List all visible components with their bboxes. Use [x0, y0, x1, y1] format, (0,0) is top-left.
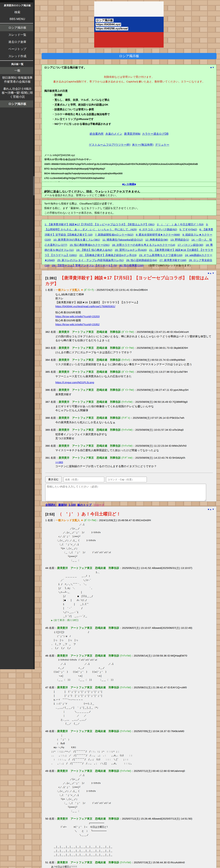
thread-footer-link-最新50[interactable]: 最新50 — [58, 503, 67, 506]
thread-list-link-10[interactable]: 10: 唐澤貴洋(3)の渾名を書くスレ(381) — [53, 238, 100, 241]
post-link[interactable]: https://krsw-wiki.in/wiki/?curid=15203 — [55, 315, 100, 318]
thread-list-link-12[interactable]: 12: 殉教者綜合(96) — [145, 238, 168, 241]
post-header-1: 1 名前：一般スレッド支配人 ★ (ｶﾞｲｺｰｸ)：2025/07/24(木) … — [45, 288, 213, 292]
thread-footer-link-全部読む[interactable]: 全部読む — [45, 503, 56, 506]
post-text-line: 今の唐澤貴洋みたら犯人にしか見えないもんなぁ — [55, 420, 213, 424]
sidebar-item-top-2[interactable]: BBS MENU — [0, 16, 35, 22]
sidebar-nav-item-0[interactable]: ロシア掲示板 — [0, 24, 35, 31]
thread2-nav-icons[interactable]: ■▲▼ — [208, 508, 215, 510]
struck-line-1: XMR: 8566bYS83LEH9NPx2qyFbTLm9mFgL5LCxWN… — [44, 162, 214, 166]
post-text-line: 見つけ次第殺せ — [55, 436, 213, 440]
thread-list-link-13[interactable]: 13: 野球綜合(1) — [170, 238, 189, 241]
thread1-nav-icons[interactable]: ■▲▼ — [208, 272, 215, 275]
post-author-tag: (ﾜｯﾁｮｲW) — [121, 444, 132, 447]
thread-footer-link-リロード[interactable]: リロード — [93, 503, 105, 506]
thread-list-link-17[interactable]: 17: パカソン綜合(30) — [178, 243, 203, 246]
post-47: 47 名前：唐澤貴洋 アートフェア東京 恐喝未遂 刑事告訴 (ﾜｯﾁｮｲW)：2… — [45, 685, 213, 726]
post-anchor-link[interactable]: >>383 — [55, 461, 63, 464]
post-author-name: 唐澤貴洋 アートフェア東京 恐喝未遂 刑事告訴 — [57, 654, 119, 657]
flag-overlay-text: ロシア掲示板 https://043044.xyz/ https://04029… — [96, 19, 128, 31]
post-389: 389 名前：唐澤貴洋 アートフェア東京 恐喝未遂 刑事告訴 (ﾜｯﾁｮｲW)：… — [45, 428, 213, 440]
sidebar-nav-item-2[interactable]: 過去ログ倉庫 — [0, 38, 35, 45]
thread-list-link-19[interactable]: 19: 【懐古】恒心教老人会(62) — [76, 248, 112, 251]
thread-list-link-8[interactable]: 8: 匿名化技術研究省★カクケー(899) — [136, 233, 180, 236]
post-385: 385 名前：唐澤貴洋 アートフェア東京 恐喝未遂 刑事告訴 (ｶﾞｲｺｰｸW)… — [45, 370, 213, 384]
post-link[interactable]: https://043044.xyz/test/read.cgi/krsw/17… — [55, 305, 115, 308]
thread-list-link-11[interactable]: 11: 猪島康生(Takoseika)総合(212) — [102, 238, 143, 241]
board-link-デリュケー[interactable]: デリュケー — [155, 143, 169, 146]
sidebar-scrollbar-track[interactable] — [33, 0, 35, 669]
post-number: 46 名前： — [45, 654, 57, 657]
post-ascii-art: ／.i ／i∠＿ノ ／.i∠＿ノ'ｊ' )ﾉ ｴｰﾗｲﾔｯﾁｬ ∠／.i'ｊ' … — [51, 773, 213, 813]
thread-list-link-29[interactable]: 29: 【国営セコム】警察アンチスレ【ポリホーモ】(5) — [52, 264, 117, 267]
post-author-tag: (ﾜｯﾁｮｲW) — [119, 654, 131, 657]
thread-list-box: 1: 【唐澤貴洋殺す】雑談★17【7月5日】【ヨッピーセブ山コラボ】【前世はムカ… — [42, 219, 217, 265]
board-link-ゲストルームフロア(ウツケー枠)[interactable]: ゲストルームフロア(ウツケー枠) — [89, 143, 130, 146]
thread-list-link-20[interactable]: 20: 質問スレinチン毛(420) — [115, 248, 147, 251]
post-number: 49 名前： — [45, 769, 57, 772]
thread-list-link-16[interactable]: 16: 次期カラケーの名称を考えるスレinカクケー(14) — [112, 243, 175, 246]
post-header-45: 45 名前：唐澤貴洋 アートフェア東京 恐喝未遂 刑事告訴：2025/06/07… — [45, 626, 213, 630]
thread-footer-link-板のトップ[interactable]: 板のトップ — [77, 503, 92, 506]
post-link[interactable]: https://i.imgur.com/NO1PL5j.png — [55, 381, 94, 384]
thread-list-link-5[interactable]: 5: てすや(542) — [179, 228, 197, 231]
thread-list-link-4[interactable]: 4: ガチコロ・ガチパク路線(82) — [139, 228, 177, 231]
post-link[interactable]: https://krsw-wiki.in/wiki/?curid=15352 — [55, 323, 100, 326]
thread1-number: [1:391] — [45, 276, 56, 280]
submit-post-button[interactable]: 書き込む — [45, 476, 62, 483]
thread-list-link-23[interactable]: 23: オウム真理教モスクワ道場(133) — [139, 254, 183, 256]
post-number: 391 名前： — [45, 456, 59, 459]
sidebar-board-item-0[interactable]: 一般 — [0, 67, 35, 74]
thread-list-link-15[interactable]: 15: 恒心教財務省inカクケー(291) — [70, 243, 109, 246]
post-header-51: 51 名前：唐澤貴洋 アートフェア東京 恐喝未遂 刑事告訴 (ﾜｯﾁｮｲW)：2… — [45, 860, 213, 864]
admin-mail: メール:info[AT]040298.xyz — [44, 154, 214, 157]
flag-white-stripe — [94, 1, 164, 17]
res-search-link[interactable]: ■レス検索■ — [122, 183, 136, 186]
sidebar-item-top-0[interactable]: 唐澤貴洋のロシア掲示板 — [0, 2, 35, 9]
post-datetime-id: ：2025/08/09(土) 00:53:15.74 ID:cW8hpW9o0 — [130, 358, 185, 361]
post-number: 45 名前： — [45, 626, 57, 629]
board-link-唐澤貴洋Wiki[interactable]: 唐澤貴洋Wiki — [124, 132, 140, 135]
board-link-永遠のメイン[interactable]: 永遠のメイン — [105, 132, 122, 135]
thread-list-link-27[interactable]: 27: 唐澤貴洋殺す(168) — [159, 259, 186, 261]
post-body: マイスリーキチクを自己愛性人格障害認定してた奴おったけど間違ってなかったよな — [55, 448, 213, 452]
sidebar-board-item-1[interactable]: 朝日新聞社 情報漏洩事件被害者の会掲示板 — [0, 74, 35, 85]
sidebar-board-item-2[interactable]: 暴れん坊会計士II掲示板〜洋機一髪! 暗闇に咲く官能小説 — [0, 85, 35, 100]
command-cap-field[interactable] — [106, 477, 147, 482]
post-ascii-art: | | ('ｊ'|'ｊ'|'ｊ'|'ｊ'|'ｊ'| | |'ｊ') |'ｊ'|'… — [51, 690, 213, 726]
post-number: 389 名前： — [45, 428, 59, 431]
board-nav-icons[interactable]: ■▼ — [210, 66, 215, 69]
thread-list-link-2[interactable]: 2: （ 'ｊ' ）あ！今日土曜日ど！(53) — [157, 223, 203, 226]
thread-list-link-26[interactable]: 26: 恒心芸術路線綜合(84) — [126, 259, 157, 261]
sidebar-nav-item-3[interactable]: ページトップ — [0, 45, 35, 53]
post-header-388: 388 名前：唐澤貴洋 アートフェア東京 恐喝未遂 刑事告訴 (ｱﾝﾀﾞﾚ)：2… — [45, 416, 213, 420]
board-link-カラケー過去ログDB[interactable]: カラケー過去ログDB — [142, 132, 168, 135]
sidebar-item-top-1[interactable]: 検索 — [0, 9, 35, 16]
post-ascii-art: ／.i ／i∠＿ノ ／.i∠＿ノ'ｊ' )ﾉ ｴｰﾗｲﾔｯﾁｬ ∠／.i'ｊ' … — [51, 523, 213, 562]
post-author-name: 一般スレッド支配人 ★ — [56, 288, 83, 291]
thread-list-link-1[interactable]: 1: 【唐澤貴洋殺す】雑談★17【7月5日】【ヨッピーセブ山コラボ】【前世はムカ… — [44, 223, 155, 226]
russia-flag-banner[interactable]: ロシア掲示板 https://043044.xyz/ https://04029… — [94, 1, 164, 48]
post-text-line: どの国の国セコもゴキブリみたいにうごめいとるな、蜂に刺されまくるんじゃないか？ど… — [55, 334, 213, 342]
thread-footer-link-1-100[interactable]: 1-100 — [68, 503, 76, 506]
post-author-name: 唐澤貴洋 アートフェア東京 恐喝未遂 刑事告訴 — [57, 730, 119, 733]
name-field[interactable] — [63, 477, 104, 482]
board-link-米ケー(無法地帯)[interactable]: 米ケー(無法地帯) — [132, 143, 153, 146]
thread-list-link-22[interactable]: 22: 【高橋嘉之殺す】高橋嘉之綜合inチン毛(23) — [79, 254, 136, 256]
thread-list-link-30[interactable]: 30: 恒心復興案(159) — [119, 264, 144, 267]
sidebar-nav-item-4[interactable]: スレッド作成 — [0, 53, 35, 60]
sidebar-boards-header: 掲示板一覧 — [0, 61, 35, 67]
thread-list-link-25[interactable]: 25: 新スレのスレタイ・テンプレ内容等議論用スレ(51) — [57, 259, 124, 261]
expand-aa-link[interactable]: ▶(全て表示：残り18行) — [51, 618, 213, 622]
post-text-line: 【唐澤貴洋殺す】雑談★16【大腸癌】【ケサラサラ】【カラゲーム】 — [55, 300, 213, 304]
sidebar-nav-item-1[interactable]: スレッド一覧 — [0, 31, 35, 38]
thread-list-link-7[interactable]: 7: 新路線開拓省inロシケー(922) — [95, 233, 133, 236]
board-link-総合案内所[interactable]: 総合案内所 — [90, 132, 103, 135]
sidebar-board-item-3[interactable]: ロシア掲示板 — [0, 100, 35, 107]
post-body-textarea[interactable] — [45, 484, 206, 501]
post-author-name: 唐澤貴洋 アートフェア東京 恐喝未遂 刑事告訴 — [57, 861, 119, 864]
post-datetime-id: ：2025/07/24(木) 22:13:51.41 ID:0mcDIfBXH — [94, 288, 148, 291]
post-text-line: なんJ由来の誰立て精神 — [55, 292, 213, 296]
post-datetime-id: ：2025/08/09(土) 00:38:01.73 ID:3kpb63D5H — [134, 346, 188, 349]
sidebar-scrollbar-thumb[interactable] — [33, 176, 35, 195]
